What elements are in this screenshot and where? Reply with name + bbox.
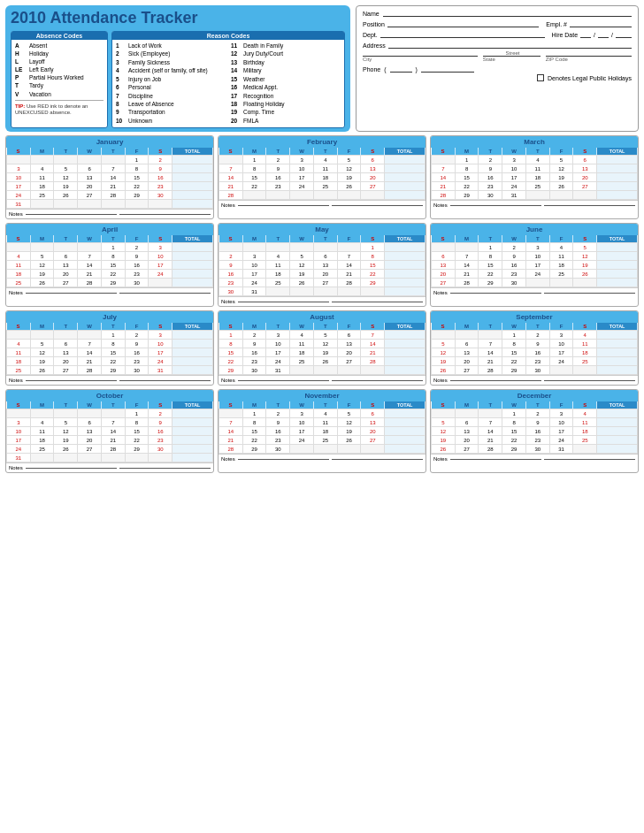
cal-day-cell[interactable]: 16	[125, 348, 149, 357]
cal-day-cell[interactable]: 27	[337, 357, 361, 366]
cal-day-cell[interactable]: 17	[7, 182, 31, 191]
cal-day-cell[interactable]: 25	[549, 270, 573, 279]
cal-day-cell[interactable]: 13	[573, 164, 597, 173]
cal-day-cell[interactable]: 24	[549, 436, 573, 445]
cal-day-cell[interactable]: 20	[54, 357, 78, 366]
cal-day-cell[interactable]: 25	[7, 366, 31, 375]
cal-day-cell[interactable]: 4	[7, 340, 31, 348]
cal-day-cell[interactable]: 1	[125, 156, 149, 164]
notes-line2[interactable]	[119, 380, 211, 381]
cal-day-cell[interactable]: 13	[361, 164, 385, 173]
notes-line[interactable]	[450, 205, 541, 206]
cal-day-cell[interactable]: 11	[30, 173, 54, 182]
cal-day-cell[interactable]: 23	[479, 182, 502, 191]
hire-date-mm[interactable]	[580, 37, 591, 38]
cal-day-cell[interactable]: 13	[78, 427, 102, 436]
cal-day-cell[interactable]: 18	[573, 427, 597, 436]
cal-day-cell[interactable]: 29	[242, 445, 266, 454]
cal-day-cell[interactable]: 31	[549, 445, 573, 454]
cal-day-cell[interactable]: 25	[313, 436, 337, 445]
cal-day-cell[interactable]: 13	[313, 261, 337, 270]
cal-day-cell[interactable]: 1	[502, 409, 526, 418]
cal-day-cell[interactable]: 9	[266, 418, 290, 427]
cal-day-cell[interactable]: 12	[54, 427, 78, 436]
cal-day-cell[interactable]: 4	[525, 156, 549, 164]
cal-day-cell[interactable]: 20	[54, 270, 78, 279]
cal-day-cell[interactable]: 22	[502, 436, 526, 445]
cal-day-cell[interactable]: 1	[125, 409, 149, 418]
notes-line2[interactable]	[544, 459, 635, 460]
cal-day-cell[interactable]: 6	[455, 418, 479, 427]
cal-day-cell[interactable]: 3	[549, 331, 573, 340]
cal-day-cell[interactable]: 17	[7, 436, 31, 445]
phone-number[interactable]	[421, 72, 474, 73]
cal-day-cell[interactable]: 18	[266, 270, 290, 279]
cal-day-cell[interactable]: 7	[337, 252, 361, 261]
cal-day-cell[interactable]: 9	[525, 418, 549, 427]
notes-line2[interactable]	[544, 205, 635, 206]
cal-day-cell[interactable]: 4	[573, 331, 597, 340]
cal-day-cell[interactable]: 27	[54, 366, 78, 375]
cal-day-cell[interactable]: 31	[502, 191, 526, 200]
cal-day-cell[interactable]: 10	[7, 173, 31, 182]
cal-day-cell[interactable]: 2	[125, 243, 149, 252]
hire-date-dd[interactable]	[598, 37, 609, 38]
cal-day-cell[interactable]: 7	[361, 331, 385, 340]
cal-day-cell[interactable]: 4	[7, 252, 31, 261]
cal-day-cell[interactable]: 19	[337, 173, 361, 182]
notes-line[interactable]	[26, 468, 117, 469]
cal-day-cell[interactable]: 20	[361, 427, 385, 436]
cal-day-cell[interactable]: 25	[7, 279, 31, 287]
cal-day-cell[interactable]: 8	[502, 418, 526, 427]
cal-day-cell[interactable]: 4	[266, 252, 290, 261]
cal-day-cell[interactable]: 15	[502, 427, 526, 436]
cal-day-cell[interactable]: 14	[455, 261, 479, 270]
cal-day-cell[interactable]: 14	[361, 340, 385, 348]
cal-day-cell[interactable]: 2	[266, 409, 290, 418]
cal-day-cell[interactable]: 15	[361, 261, 385, 270]
cal-day-cell[interactable]: 1	[101, 243, 125, 252]
cal-day-cell[interactable]: 6	[432, 252, 456, 261]
cal-day-cell[interactable]: 22	[101, 357, 125, 366]
cal-day-cell[interactable]: 3	[7, 164, 31, 173]
cal-day-cell[interactable]: 23	[525, 357, 549, 366]
cal-day-cell[interactable]: 13	[455, 427, 479, 436]
cal-day-cell[interactable]: 25	[313, 182, 337, 191]
cal-day-cell[interactable]: 25	[290, 357, 314, 366]
cal-day-cell[interactable]: 25	[573, 357, 597, 366]
cal-day-cell[interactable]: 30	[242, 366, 266, 375]
cal-day-cell[interactable]: 27	[361, 182, 385, 191]
cal-day-cell[interactable]: 3	[525, 243, 549, 252]
cal-day-cell[interactable]: 27	[78, 191, 102, 200]
cal-day-cell[interactable]: 21	[78, 270, 102, 279]
cal-day-cell[interactable]: 17	[502, 173, 526, 182]
cal-day-cell[interactable]: 15	[479, 261, 502, 270]
cal-day-cell[interactable]: 29	[219, 366, 243, 375]
cal-day-cell[interactable]: 28	[78, 279, 102, 287]
notes-line2[interactable]	[544, 293, 635, 294]
cal-day-cell[interactable]: 8	[101, 340, 125, 348]
cal-day-cell[interactable]: 30	[149, 445, 172, 454]
cal-day-cell[interactable]: 12	[337, 164, 361, 173]
cal-day-cell[interactable]: 6	[573, 156, 597, 164]
cal-day-cell[interactable]: 1	[361, 243, 385, 252]
cal-day-cell[interactable]: 18	[313, 173, 337, 182]
cal-day-cell[interactable]: 21	[219, 182, 243, 191]
cal-day-cell[interactable]: 22	[101, 270, 125, 279]
cal-day-cell[interactable]: 17	[549, 348, 573, 357]
cal-day-cell[interactable]: 21	[432, 182, 456, 191]
phone-area[interactable]	[390, 72, 412, 73]
cal-day-cell[interactable]: 18	[313, 427, 337, 436]
cal-day-cell[interactable]: 30	[125, 366, 149, 375]
cal-day-cell[interactable]: 14	[101, 173, 125, 182]
cal-day-cell[interactable]: 3	[290, 409, 314, 418]
cal-day-cell[interactable]: 18	[549, 261, 573, 270]
cal-day-cell[interactable]: 24	[290, 182, 314, 191]
cal-day-cell[interactable]: 5	[30, 252, 54, 261]
cal-day-cell[interactable]: 27	[432, 279, 456, 287]
cal-day-cell[interactable]: 12	[549, 164, 573, 173]
cal-day-cell[interactable]: 10	[149, 340, 172, 348]
cal-day-cell[interactable]: 26	[30, 366, 54, 375]
cal-day-cell[interactable]: 29	[125, 445, 149, 454]
cal-day-cell[interactable]: 16	[219, 270, 243, 279]
